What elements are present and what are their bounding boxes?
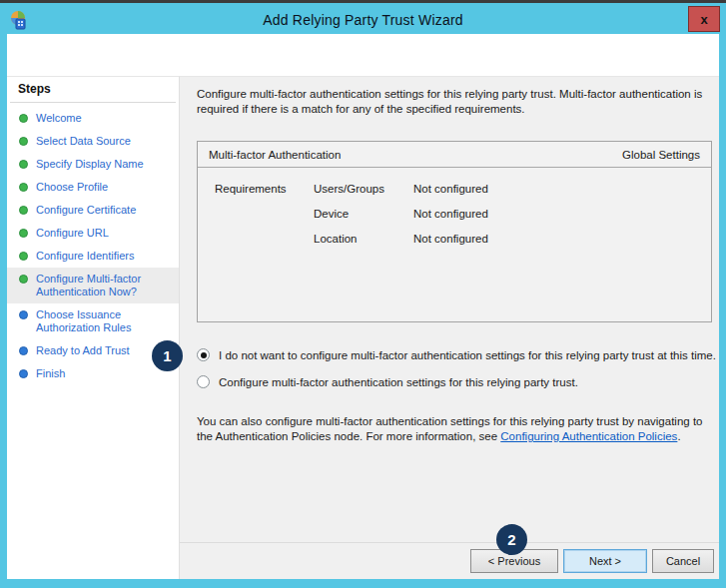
sidebar-item-finish[interactable]: Finish — [7, 362, 179, 385]
cancel-button[interactable]: Cancel — [652, 549, 714, 573]
requirement-value: Not configured — [413, 182, 711, 196]
sidebar-item-configure-certificate[interactable]: Configure Certificate — [7, 199, 179, 222]
requirement-name: Device — [314, 207, 413, 221]
window-title: Add Relying Party Trust Wizard — [0, 12, 726, 28]
sidebar-item-choose-issuance-authorization-rules[interactable]: Choose Issuance Authorization Rules — [7, 303, 179, 339]
step-label: Select Data Source — [36, 135, 131, 148]
sidebar-item-configure-url[interactable]: Configure URL — [7, 222, 179, 245]
sidebar-item-configure-identifiers[interactable]: Configure Identifiers — [7, 245, 179, 268]
radio-row-skip-mfa[interactable]: I do not want to configure multi-factor … — [197, 348, 712, 361]
mfa-requirements-table: Requirements Users/Groups Not configured… — [198, 168, 711, 246]
step-done-icon — [19, 206, 28, 215]
step-done-icon — [19, 137, 28, 146]
radio-skip-mfa-label: I do not want to configure multi-factor … — [219, 349, 716, 361]
step-label: Configure URL — [36, 227, 109, 240]
button-bar: < Previous Next > Cancel — [180, 542, 719, 579]
wizard-frame: Steps Welcome Select Data Source Specify… — [7, 34, 719, 579]
step-done-icon — [19, 160, 28, 169]
radio-row-configure-mfa[interactable]: Configure multi-factor authentication se… — [197, 375, 712, 388]
sidebar-item-configure-mfa-now[interactable]: Configure Multi-factor Authentication No… — [7, 268, 179, 303]
step-pending-icon — [19, 346, 28, 355]
step-done-icon — [19, 252, 28, 261]
mfa-settings-panel: Multi-factor Authentication Global Setti… — [197, 141, 712, 322]
steps-divider — [10, 102, 176, 103]
title-bar: Add Relying Party Trust Wizard x — [0, 6, 726, 34]
adfs-icon — [9, 10, 29, 30]
intro-text: Configure multi-factor authentication se… — [197, 87, 715, 117]
sidebar-item-select-data-source[interactable]: Select Data Source — [7, 130, 179, 153]
steps-sidebar: Steps Welcome Select Data Source Specify… — [7, 76, 179, 579]
spacer — [215, 232, 314, 246]
footnote-after: . — [677, 430, 680, 442]
requirements-label: Requirements — [215, 182, 314, 196]
header-band — [7, 34, 719, 75]
steps-list: Welcome Select Data Source Specify Displ… — [7, 107, 179, 385]
sidebar-item-welcome[interactable]: Welcome — [7, 107, 179, 130]
global-settings-label: Global Settings — [622, 149, 700, 161]
step-label: Ready to Add Trust — [36, 344, 130, 357]
step-label: Configure Certificate — [36, 204, 136, 217]
configuring-authentication-policies-link[interactable]: Configuring Authentication Policies — [500, 430, 677, 442]
footnote-text: You can also configure multi-factor auth… — [197, 414, 715, 444]
radio-dot — [201, 352, 207, 358]
step-done-icon — [19, 183, 28, 192]
annotation-badge-2: 2 — [496, 524, 527, 555]
mfa-panel-title: Multi-factor Authentication — [209, 149, 341, 161]
radio-configure-mfa-label: Configure multi-factor authentication se… — [219, 376, 578, 388]
step-label: Welcome — [36, 112, 82, 125]
next-button[interactable]: Next > — [563, 549, 647, 573]
step-label: Configure Identifiers — [36, 250, 134, 263]
step-done-icon — [19, 114, 28, 123]
step-done-icon — [19, 229, 28, 238]
sidebar-item-specify-display-name[interactable]: Specify Display Name — [7, 153, 179, 176]
wizard-content: Configure multi-factor authentication se… — [179, 76, 719, 579]
steps-heading: Steps — [18, 82, 171, 96]
step-pending-icon — [19, 310, 28, 319]
step-label: Choose Profile — [36, 181, 108, 194]
requirement-value: Not configured — [413, 232, 711, 246]
requirement-value: Not configured — [413, 207, 711, 221]
requirement-name: Users/Groups — [314, 182, 413, 196]
wizard-window: Add Relying Party Trust Wizard x Steps W… — [0, 0, 726, 588]
close-icon[interactable]: x — [688, 6, 720, 32]
sidebar-item-choose-profile[interactable]: Choose Profile — [7, 176, 179, 199]
step-label: Choose Issuance Authorization Rules — [36, 308, 173, 334]
radio-configure-mfa[interactable] — [197, 375, 210, 388]
step-label: Specify Display Name — [36, 158, 144, 171]
step-pending-icon — [19, 369, 28, 378]
annotation-badge-1: 1 — [152, 340, 183, 371]
radio-skip-mfa[interactable] — [197, 348, 210, 361]
spacer — [215, 207, 314, 221]
mfa-choice-group: I do not want to configure multi-factor … — [197, 348, 712, 388]
step-label: Finish — [36, 367, 65, 380]
requirement-name: Location — [314, 232, 413, 246]
step-label: Configure Multi-factor Authentication No… — [36, 273, 173, 298]
step-done-icon — [19, 275, 28, 284]
